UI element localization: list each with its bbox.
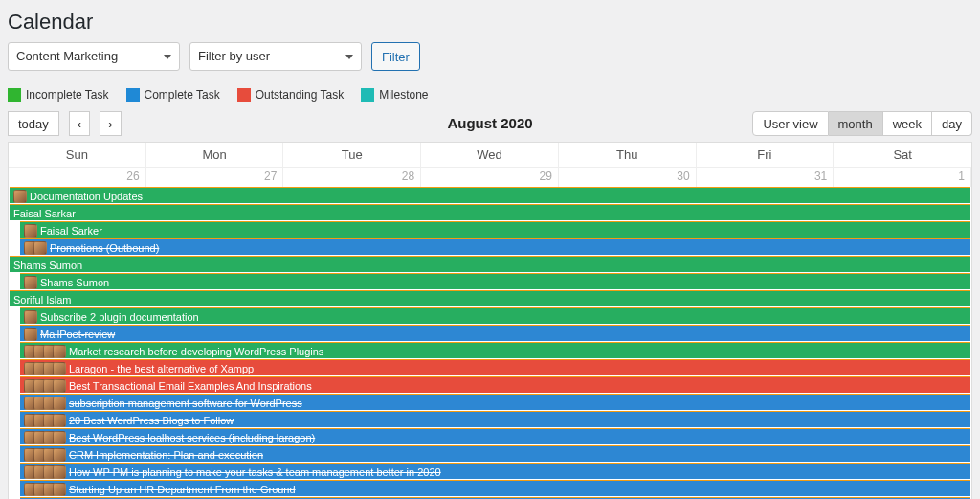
task-bar[interactable]: Faisal Sarker [20, 221, 970, 238]
project-select[interactable]: Content Marketing [8, 42, 180, 71]
next-button[interactable]: › [100, 111, 121, 136]
swatch-outstanding [237, 88, 251, 102]
avatar-group [24, 431, 66, 444]
avatar [53, 379, 66, 393]
filter-button[interactable]: Filter [371, 42, 420, 71]
task-bar[interactable]: Faisal Sarkar [10, 204, 970, 220]
task-label: Starting Up an HR Department From the Gr… [69, 484, 296, 495]
task-label: subscription management software for Wor… [69, 397, 302, 409]
avatar-group [24, 465, 66, 479]
avatar [33, 241, 47, 255]
legend-label: Incomplete Task [26, 88, 109, 102]
avatar [53, 397, 66, 410]
date-cell[interactable]: 30 [559, 168, 697, 187]
task-bar[interactable]: Shams Sumon [20, 273, 970, 289]
avatar-group [24, 379, 66, 393]
task-bar[interactable]: How WP PM is planning to make your tasks… [20, 463, 970, 479]
avatar-group [24, 276, 37, 289]
day-header: Tue [283, 143, 421, 167]
task-label: Soriful Islam [13, 294, 72, 306]
date-cell[interactable]: 1 [834, 168, 971, 187]
day-header: Fri [697, 143, 835, 167]
avatar [24, 276, 37, 289]
date-cell[interactable]: 29 [421, 168, 559, 187]
swatch-milestone [361, 88, 374, 102]
task-bar[interactable]: Best WordPress loalhost services (includ… [20, 428, 970, 444]
view-week[interactable]: week [883, 111, 932, 136]
swatch-complete [126, 88, 140, 102]
task-label: Best WordPress loalhost services (includ… [69, 432, 315, 443]
avatar [53, 465, 66, 479]
avatar [53, 345, 66, 358]
page-title: Calendar [8, 10, 972, 34]
task-label: CRM Implementation: Plan and execution [69, 449, 263, 461]
user-select[interactable]: Filter by user [189, 42, 362, 71]
view-user[interactable]: User view [752, 111, 828, 136]
legend-label: Outstanding Task [256, 88, 345, 102]
day-header-row: Sun Mon Tue Wed Thu Fri Sat [9, 143, 971, 167]
avatar-group [24, 241, 47, 255]
task-bar[interactable]: Promotions (Outbound) [20, 238, 970, 255]
legend-complete: Complete Task [126, 88, 220, 102]
avatar-group [24, 328, 37, 341]
avatar [53, 431, 66, 444]
day-header: Thu [559, 143, 697, 167]
period-label: August 2020 [447, 115, 532, 131]
calendar-grid: Sun Mon Tue Wed Thu Fri Sat 26 27 28 29 … [8, 142, 972, 499]
task-label: Shams Sumon [40, 277, 109, 288]
avatar-group [24, 483, 66, 496]
task-bar[interactable]: Starting Up an HR Department From the Gr… [20, 480, 970, 496]
task-bar[interactable]: Documentation Updates [10, 187, 970, 203]
task-label: Laragon - the best alternative of Xampp [69, 363, 254, 374]
legend-incomplete: Incomplete Task [8, 88, 109, 102]
legend-milestone: Milestone [361, 88, 428, 102]
avatar-group [24, 414, 66, 427]
prev-button[interactable]: ‹ [69, 111, 90, 136]
task-bar[interactable]: CRM Implementation: Plan and execution [20, 445, 970, 462]
task-bar[interactable]: Best Transactional Email Examples And In… [20, 376, 970, 393]
avatar [24, 328, 37, 341]
day-header: Wed [421, 143, 559, 167]
date-cell[interactable]: 26 [9, 168, 146, 187]
day-header: Sat [834, 143, 971, 167]
events-area: Documentation UpdatesFaisal SarkarFaisal… [9, 187, 971, 499]
task-label: Faisal Sarkar [13, 208, 76, 219]
date-row: 26 27 28 29 30 31 1 [9, 167, 971, 187]
legend-label: Milestone [379, 88, 428, 102]
avatar-group [24, 310, 37, 324]
legend-outstanding: Outstanding Task [237, 88, 345, 102]
task-label: Market research before developing WordPr… [69, 346, 323, 357]
avatar [13, 190, 27, 203]
task-label: Subscribe 2 plugin documentation [40, 311, 199, 323]
task-bar[interactable]: Subscribe 2 plugin documentation [20, 307, 970, 324]
view-day[interactable]: day [932, 111, 972, 136]
avatar-group [24, 448, 66, 462]
filter-bar: Content Marketing Filter by user Filter [8, 42, 972, 71]
avatar-group [13, 190, 27, 203]
avatar [53, 448, 66, 462]
task-label: MailPoet-review [40, 329, 115, 340]
avatar-group [24, 397, 66, 410]
avatar [53, 414, 66, 427]
task-bar[interactable]: 20 Best WordPress Blogs to Follow [20, 411, 970, 427]
avatar [53, 483, 66, 496]
date-cell[interactable]: 31 [697, 168, 835, 187]
task-bar[interactable]: Soriful Islam [10, 290, 970, 306]
date-cell[interactable]: 27 [146, 168, 284, 187]
today-button[interactable]: today [8, 111, 59, 136]
task-bar[interactable]: MailPoet-review [20, 325, 970, 341]
task-label: 20 Best WordPress Blogs to Follow [69, 415, 234, 426]
day-header: Sun [9, 143, 146, 167]
avatar [53, 362, 66, 375]
task-bar[interactable]: Shams Sumon [10, 256, 970, 272]
task-label: Documentation Updates [30, 191, 143, 202]
task-bar[interactable]: Market research before developing WordPr… [20, 342, 970, 358]
avatar [24, 310, 37, 324]
task-label: Faisal Sarker [40, 225, 102, 237]
view-month[interactable]: month [829, 111, 883, 136]
legend-label: Complete Task [145, 88, 220, 102]
task-bar[interactable]: Laragon - the best alternative of Xampp [20, 359, 970, 375]
task-bar[interactable]: subscription management software for Wor… [20, 394, 970, 410]
swatch-incomplete [8, 88, 21, 102]
date-cell[interactable]: 28 [283, 168, 421, 187]
